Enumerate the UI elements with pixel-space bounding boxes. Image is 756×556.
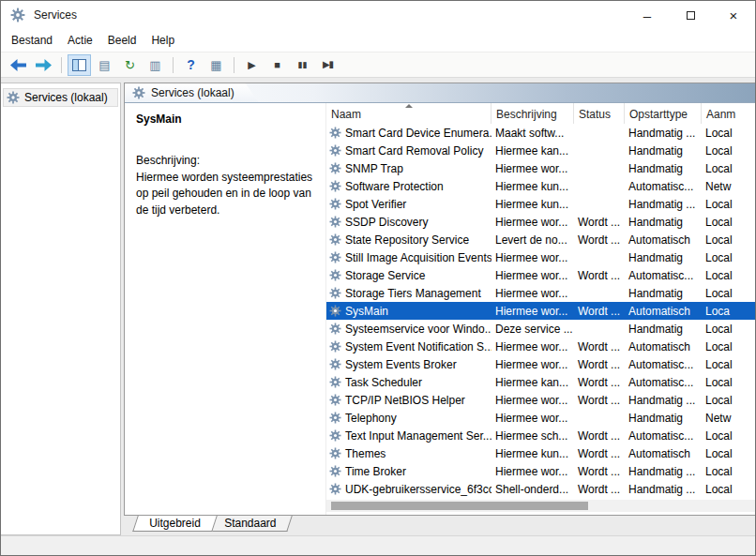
- menu-beeld[interactable]: Beeld: [100, 31, 144, 50]
- description-cell: Hiermee kun...: [491, 180, 574, 193]
- service-gear-icon: [329, 429, 341, 442]
- view-tab-standaard[interactable]: Standaard: [207, 516, 293, 532]
- pane-content: SysMain Beschrijving: Hiermee worden sys…: [125, 103, 755, 515]
- restart-service-button[interactable]: ▶▮: [316, 54, 340, 76]
- startup-type-cell: Handmatig ...: [625, 127, 702, 140]
- description-cell: Hiermee wor...: [491, 216, 574, 229]
- export-list-button[interactable]: ▥: [144, 54, 167, 76]
- log-on-as-cell: Local: [702, 376, 755, 389]
- service-row[interactable]: ThemesHiermee kun...Wordt ...Automatisch…: [326, 444, 755, 462]
- service-gear-icon: [329, 162, 341, 174]
- maximize-button[interactable]: [669, 1, 712, 29]
- log-on-as-cell: Local: [702, 233, 755, 247]
- stop-service-button[interactable]: ■: [265, 54, 289, 76]
- description-cell: Levert de no...: [491, 233, 574, 247]
- service-name-cell: Systeemservice voor Windo...: [326, 323, 491, 336]
- log-on-as-cell: Local: [702, 127, 755, 140]
- column-header-opstarttype[interactable]: Opstarttype: [625, 103, 702, 124]
- column-header-beschrijving[interactable]: Beschrijving: [491, 103, 574, 124]
- service-row[interactable]: SSDP DiscoveryHiermee wor...Wordt ...Han…: [326, 213, 755, 231]
- column-header-status[interactable]: Status: [574, 103, 625, 124]
- back-button[interactable]: [7, 54, 30, 76]
- menu-help[interactable]: Help: [144, 31, 182, 50]
- service-name-cell: Task Scheduler: [326, 376, 491, 389]
- tree-item-services-local[interactable]: Services (lokaal): [3, 88, 118, 107]
- services-pane: Services (lokaal) SysMain Beschrijving: …: [124, 83, 755, 535]
- menu-actie[interactable]: Actie: [60, 31, 100, 50]
- service-description: Hiermee worden systeemprestaties op peil…: [136, 170, 322, 218]
- export-list-icon: ▥: [149, 59, 160, 71]
- properties-button[interactable]: ▤: [93, 54, 116, 76]
- forward-button[interactable]: [32, 54, 55, 76]
- view-tab-uitgebreid[interactable]: Uitgebreid: [132, 516, 217, 532]
- help-button[interactable]: ?: [179, 54, 203, 76]
- service-row[interactable]: SNMP TrapHiermee wor...HandmatigLocal: [326, 159, 755, 177]
- column-header-naam[interactable]: Naam: [326, 103, 491, 124]
- toolbar: ▤↻▥?▦▶■▮▮▶▮: [1, 52, 755, 78]
- service-row[interactable]: System Events BrokerHiermee wor...Wordt …: [326, 355, 755, 373]
- pause-service-button[interactable]: ▮▮: [291, 54, 314, 76]
- pane-header-icon: [132, 86, 145, 99]
- service-row[interactable]: Task SchedulerHiermee kan...Wordt ...Aut…: [326, 373, 755, 391]
- service-gear-icon: [329, 233, 341, 246]
- startup-type-cell: Handmatig: [625, 144, 702, 158]
- status-cell: Wordt ...: [574, 340, 625, 353]
- status-cell: Wordt ...: [574, 376, 625, 389]
- service-row[interactable]: Spot VerifierHiermee kun...Handmatig ...…: [326, 195, 755, 213]
- description-cell: Hiermee sch...: [491, 429, 574, 443]
- window-title: Services: [34, 8, 77, 22]
- service-name-cell: Storage Tiers Management: [326, 287, 491, 300]
- service-row[interactable]: Systeemservice voor Windo...Deze service…: [326, 320, 755, 338]
- service-name-cell: Smart Card Device Enumera...: [326, 127, 491, 140]
- close-button[interactable]: ×: [712, 1, 755, 29]
- service-row[interactable]: Smart Card Device Enumera...Maakt softw.…: [326, 124, 755, 142]
- service-gear-icon: [329, 287, 341, 299]
- scrollbar-thumb[interactable]: [331, 502, 588, 510]
- back-icon: [10, 59, 26, 71]
- description-cell: Hiermee kan...: [491, 376, 574, 389]
- service-row[interactable]: Time BrokerHiermee wor...Wordt ...Handma…: [326, 462, 755, 480]
- startup-type-cell: Handmatig: [625, 251, 702, 264]
- status-cell: Wordt ...: [574, 483, 625, 496]
- startup-type-cell: Automatisc...: [625, 180, 702, 193]
- log-on-as-cell: Local: [702, 216, 755, 229]
- service-gear-icon: [329, 465, 341, 477]
- startup-type-cell: Handmatig ...: [625, 465, 702, 478]
- service-gear-icon: [329, 394, 341, 406]
- service-row[interactable]: SysMainHiermee wor...Wordt ...Automatisc…: [326, 302, 755, 320]
- horizontal-scrollbar[interactable]: [326, 500, 755, 512]
- service-name-cell: System Event Notification S...: [326, 340, 491, 353]
- description-cell: Maakt softw...: [491, 127, 574, 140]
- service-row[interactable]: Storage Tiers ManagementHiermee wor...Ha…: [326, 284, 755, 302]
- refresh-button[interactable]: ↻: [118, 54, 142, 76]
- description-cell: Hiermee wor...: [491, 287, 574, 300]
- column-header-aanm[interactable]: Aanm: [702, 103, 755, 124]
- service-row[interactable]: TelephonyHiermee wor...HandmatigNetw: [326, 409, 755, 427]
- service-name-cell: Still Image Acquisition Events: [326, 251, 491, 264]
- service-row[interactable]: Storage ServiceHiermee wor...Wordt ...Au…: [326, 266, 755, 284]
- console-body: Services (lokaal) Services (lokaal) SysM…: [1, 78, 755, 535]
- service-row[interactable]: State Repository ServiceLevert de no...W…: [326, 231, 755, 248]
- startup-type-cell: Handmatig ...: [625, 198, 702, 211]
- minimize-button[interactable]: –: [626, 1, 669, 29]
- service-row[interactable]: Software ProtectionHiermee kun...Automat…: [326, 177, 755, 195]
- title-bar[interactable]: Services –×: [1, 1, 755, 29]
- service-row[interactable]: TCP/IP NetBIOS HelperHiermee wor...Wordt…: [326, 391, 755, 409]
- description-cell: Hiermee wor...: [491, 340, 574, 353]
- service-row[interactable]: System Event Notification S...Hiermee wo…: [326, 338, 755, 355]
- menu-bestand[interactable]: Bestand: [4, 31, 60, 50]
- service-row[interactable]: Smart Card Removal PolicyHiermee kan...H…: [326, 142, 755, 159]
- startup-type-cell: Automatisch: [625, 233, 702, 247]
- service-row[interactable]: UDK-gebruikersservice_6f3ccShell-onderd.…: [326, 480, 755, 498]
- service-row[interactable]: Text Input Management Ser...Hiermee sch.…: [326, 427, 755, 444]
- show-hide-console-tree-button[interactable]: [68, 54, 91, 76]
- startup-type-cell: Handmatig: [625, 287, 702, 300]
- tree-item-label: Services (lokaal): [24, 91, 108, 104]
- description-cell: Hiermee wor...: [491, 358, 574, 371]
- service-row[interactable]: Still Image Acquisition EventsHiermee wo…: [326, 248, 755, 266]
- extended-view-button[interactable]: ▦: [204, 54, 228, 76]
- start-service-button[interactable]: ▶: [240, 54, 264, 76]
- maximize-icon: [687, 11, 695, 20]
- service-name-cell: Themes: [326, 447, 491, 460]
- status-cell: Wordt ...: [574, 305, 625, 318]
